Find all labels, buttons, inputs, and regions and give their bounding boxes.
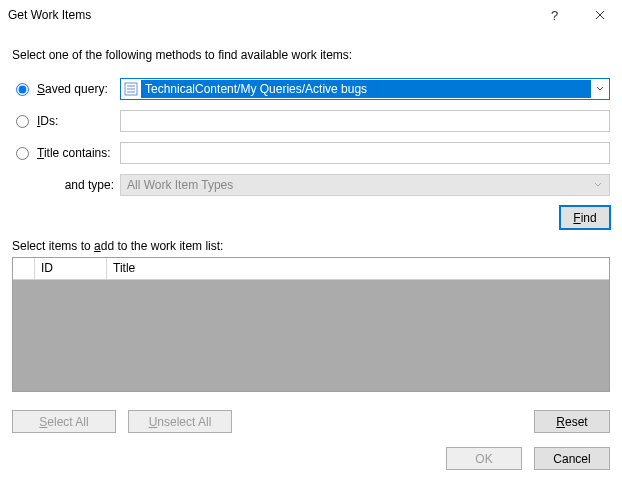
row-title-contains: Title contains: <box>12 142 610 164</box>
help-button[interactable]: ? <box>532 0 577 30</box>
title-bar: Get Work Items ? <box>0 0 622 30</box>
grid-header: ID Title <box>13 258 609 280</box>
title-contains-input[interactable] <box>120 142 610 164</box>
label-saved-query[interactable]: Saved query: <box>12 82 120 96</box>
type-value: All Work Item Types <box>127 178 233 192</box>
label-ids[interactable]: IDs: <box>12 114 120 128</box>
label-title-contains[interactable]: Title contains: <box>12 146 120 160</box>
radio-ids[interactable] <box>16 115 29 128</box>
ok-button: OK <box>446 447 522 470</box>
saved-query-combo[interactable]: TechnicalContent/My Queries/Active bugs <box>120 78 610 100</box>
reset-button[interactable]: Reset <box>534 410 610 433</box>
col-id[interactable]: ID <box>35 258 107 279</box>
row-saved-query: Saved query: TechnicalContent/My Queries… <box>12 78 610 100</box>
query-list-icon <box>123 81 139 97</box>
close-icon <box>595 10 605 20</box>
unselect-all-button: Unselect All <box>128 410 232 433</box>
select-all-button: Select All <box>12 410 116 433</box>
chevron-down-icon <box>589 175 607 195</box>
instruction-text: Select one of the following methods to f… <box>12 48 610 62</box>
dialog-content: Select one of the following methods to f… <box>0 30 622 482</box>
row-and-type: and type: All Work Item Types <box>12 174 610 196</box>
find-row: Find <box>12 206 610 229</box>
cancel-button[interactable]: Cancel <box>534 447 610 470</box>
find-button[interactable]: Find <box>560 206 610 229</box>
col-check[interactable] <box>13 258 35 279</box>
results-grid[interactable]: ID Title <box>12 257 610 392</box>
type-combo: All Work Item Types <box>120 174 610 196</box>
saved-query-value: TechnicalContent/My Queries/Active bugs <box>141 80 591 98</box>
ids-input[interactable] <box>120 110 610 132</box>
row-ids: IDs: <box>12 110 610 132</box>
chevron-down-icon[interactable] <box>591 79 609 99</box>
window-title: Get Work Items <box>8 8 532 22</box>
radio-saved-query[interactable] <box>16 83 29 96</box>
label-and-type: and type: <box>12 178 120 192</box>
close-button[interactable] <box>577 0 622 30</box>
selection-buttons: Select All Unselect All Reset <box>12 410 610 433</box>
grid-instruction: Select items to add to the work item lis… <box>12 239 610 253</box>
radio-title-contains[interactable] <box>16 147 29 160</box>
col-title[interactable]: Title <box>107 258 609 279</box>
footer-buttons: OK Cancel <box>12 447 610 470</box>
